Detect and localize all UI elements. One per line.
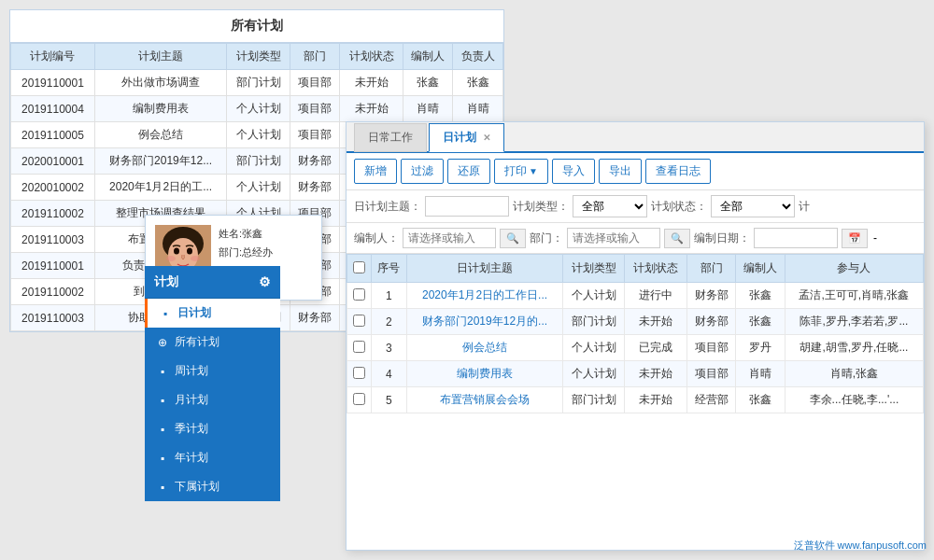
table-cell: 2019110002 (11, 279, 95, 305)
row-participants: 李余...任晓,李...'... (785, 387, 923, 413)
table-cell: 张鑫 (403, 70, 453, 96)
table-row[interactable]: 5布置营销展会会场部门计划未开始经营部张鑫李余...任晓,李...'... (347, 387, 924, 413)
popup-name: 姓名:张鑫 (219, 225, 273, 244)
table-cell: 个人计划 (227, 96, 290, 122)
row-number: 2 (371, 309, 406, 335)
sidebar-item-sub[interactable]: ▪下属计划 (145, 472, 280, 501)
sidebar-item-weekly[interactable]: ▪周计划 (145, 357, 280, 385)
table-cell: 2019110003 (11, 305, 95, 331)
table-cell: 个人计划 (227, 175, 290, 201)
date-label: 编制日期： (694, 231, 750, 246)
weekly-icon: ▪ (156, 365, 169, 378)
status-select[interactable]: 全部 未开始 进行中 已完成 (711, 195, 795, 217)
table-cell: 项目部 (290, 70, 339, 96)
row-checkbox[interactable] (353, 341, 365, 353)
table-cell: 2020010002 (11, 175, 95, 201)
topic-label: 日计划主题： (354, 199, 421, 215)
add-button[interactable]: 新增 (354, 159, 397, 184)
main-col-header: 计划状态 (625, 255, 686, 283)
monthly-icon: ▪ (156, 394, 169, 407)
dept-search-icon[interactable]: 🔍 (664, 229, 690, 248)
table-cell: 编制费用表 (94, 96, 226, 122)
topic-link[interactable]: 例会总结 (462, 341, 507, 354)
row-checkbox[interactable] (353, 367, 365, 379)
type-select[interactable]: 全部 个人计划 部门计划 (573, 195, 647, 217)
row-dept: 项目部 (686, 335, 735, 361)
sidebar-item-monthly[interactable]: ▪月计划 (145, 385, 280, 414)
row-topic[interactable]: 编制费用表 (407, 361, 563, 387)
table-row[interactable]: 4编制费用表个人计划未开始项目部肖晴肖晴,张鑫 (347, 361, 924, 387)
table-cell: 2019110002 (11, 201, 95, 227)
sidebar-item-seasonal[interactable]: ▪季计划 (145, 414, 280, 443)
row-participants: 肖晴,张鑫 (785, 361, 923, 387)
table-cell: 个人计划 (227, 122, 290, 148)
table-row[interactable]: 3例会总结个人计划已完成项目部罗丹胡建,胡雪,罗丹,任晓... (347, 335, 924, 361)
daily-icon: ▪ (159, 307, 172, 320)
row-number: 4 (371, 361, 406, 387)
topic-link[interactable]: 财务部门2019年12月的... (422, 315, 547, 328)
editor-input[interactable] (403, 228, 496, 248)
row-editor: 张鑫 (736, 309, 785, 335)
dept-input[interactable] (567, 228, 660, 248)
sidebar-item-label: 月计划 (175, 392, 208, 408)
editor-label: 编制人： (354, 231, 399, 246)
import-button[interactable]: 导入 (552, 159, 595, 184)
sidebar-item-all[interactable]: ⊕所有计划 (145, 328, 280, 357)
yearly-icon: ▪ (156, 452, 169, 465)
row-topic[interactable]: 例会总结 (407, 335, 563, 361)
table-cell: 2019110001 (11, 253, 95, 279)
sidebar-header: 计划 ⚙ (145, 266, 280, 299)
tab-daily-plan[interactable]: 日计划 ✕ (429, 123, 504, 152)
row-checkbox[interactable] (353, 315, 365, 327)
row-topic[interactable]: 财务部门2019年12月的... (407, 309, 563, 335)
sidebar-item-yearly[interactable]: ▪年计划 (145, 443, 280, 472)
export-button[interactable]: 导出 (599, 159, 642, 184)
bg-panel-title: 所有计划 (10, 10, 503, 43)
row-checkbox[interactable] (353, 288, 365, 301)
topic-link[interactable]: 2020年1月2日的工作日... (422, 288, 547, 301)
bg-col-header: 计划主题 (94, 44, 226, 70)
table-cell: 2019110001 (11, 70, 95, 96)
row-dept: 财务部 (686, 283, 735, 309)
sidebar-panel: 计划 ⚙ ▪日计划⊕所有计划▪周计划▪月计划▪季计划▪年计划▪下属计划 (145, 266, 280, 501)
row-checkbox[interactable] (353, 393, 365, 405)
topic-link[interactable]: 布置营销展会会场 (440, 393, 530, 406)
calendar-icon[interactable]: 📅 (842, 229, 868, 248)
row-status: 进行中 (625, 283, 686, 309)
topic-input[interactable] (425, 196, 509, 217)
table-cell: 肖晴 (403, 96, 453, 122)
row-dept: 项目部 (686, 361, 735, 387)
sidebar-item-daily[interactable]: ▪日计划 (145, 299, 280, 328)
restore-button[interactable]: 还原 (447, 159, 490, 184)
data-table-wrapper: 序号日计划主题计划类型计划状态部门编制人参与人 12020年1月2日的工作日..… (347, 254, 924, 550)
sidebar-item-label: 季计划 (175, 421, 208, 437)
row-topic[interactable]: 布置营销展会会场 (407, 387, 563, 413)
row-status: 未开始 (625, 361, 686, 387)
log-button[interactable]: 查看日志 (645, 159, 711, 184)
select-all-checkbox[interactable] (353, 261, 365, 273)
row-participants: 孟洁,王可可,肖晴,张鑫 (785, 283, 923, 309)
table-row[interactable]: 12020年1月2日的工作日...个人计划进行中财务部张鑫孟洁,王可可,肖晴,张… (347, 283, 924, 309)
tab-close-icon[interactable]: ✕ (483, 133, 490, 143)
table-row[interactable]: 2019110004编制费用表个人计划项目部未开始肖晴肖晴 (11, 96, 503, 122)
row-topic[interactable]: 2020年1月2日的工作日... (407, 283, 563, 309)
table-cell: 部门计划 (227, 148, 290, 175)
row-editor: 肖晴 (736, 361, 785, 387)
filter-button[interactable]: 过滤 (401, 159, 444, 184)
main-col-header: 部门 (686, 255, 735, 283)
table-cell: 未开始 (340, 96, 403, 122)
row-status: 未开始 (625, 387, 686, 413)
popup-dept: 部门:总经办 (219, 244, 273, 262)
dept-label: 部门： (530, 231, 563, 246)
table-row[interactable]: 2019110001外出做市场调查部门计划项目部未开始张鑫张鑫 (11, 70, 503, 96)
editor-search-icon[interactable]: 🔍 (500, 229, 526, 248)
topic-link[interactable]: 编制费用表 (457, 367, 513, 380)
svg-point-4 (187, 248, 192, 255)
table-row[interactable]: 2财务部门2019年12月的...部门计划未开始财务部张鑫陈菲,罗丹,李若若,罗… (347, 309, 924, 335)
row-type: 部门计划 (562, 387, 624, 413)
date-start-input[interactable] (754, 228, 838, 248)
main-col-header: 计划类型 (562, 255, 624, 283)
tab-daily-work[interactable]: 日常工作 (354, 123, 427, 152)
gear-icon[interactable]: ⚙ (259, 274, 271, 289)
print-button[interactable]: 打印 ▼ (494, 159, 548, 184)
